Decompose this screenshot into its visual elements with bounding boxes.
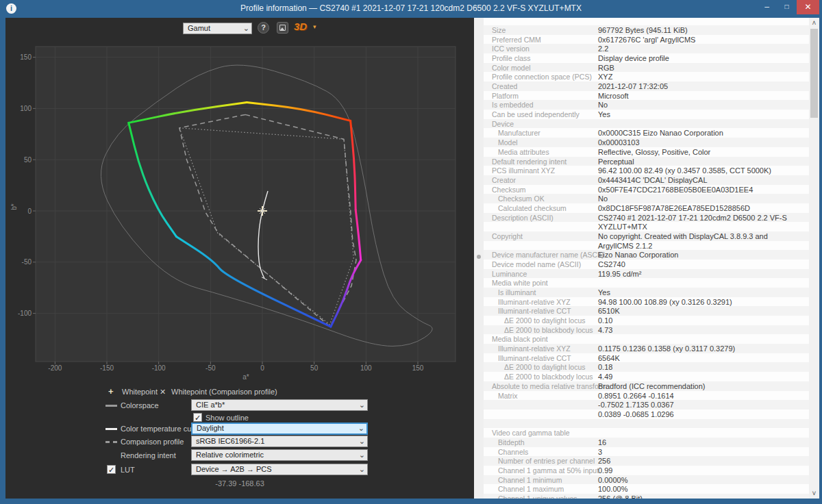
3d-dropdown-arrow-icon[interactable]: ▾ xyxy=(313,23,316,30)
color-temperature-curve-select[interactable]: Daylight ⌄ xyxy=(191,423,368,435)
info-value: Eizo Nanao Corporation xyxy=(598,251,678,259)
lut-select[interactable]: Device → A2B → PCS ⌄ xyxy=(191,464,368,475)
info-row: Profile classDisplay device profile xyxy=(484,53,809,63)
color-temperature-curve-line-icon xyxy=(105,428,117,430)
x-tick-label: 150 xyxy=(412,364,424,372)
info-value: Bradford (ICC recommendation) xyxy=(598,382,706,390)
info-row: Manufacturer0x0000C315 Eizo Nanao Corpor… xyxy=(484,128,809,138)
info-row: PCS illuminant XYZ96.42 100.00 82.49 (xy… xyxy=(484,166,809,175)
chevron-down-icon: ⌄ xyxy=(359,436,365,446)
info-row: Size967792 Bytes (945.11 KiB) xyxy=(484,25,809,35)
colorspace-select[interactable]: CIE a*b* ⌄ xyxy=(191,399,368,411)
info-value: -0.7502 1.7135 0.0367 xyxy=(598,401,674,409)
info-row: Model0x00003103 xyxy=(484,138,809,147)
info-value: 967792 Bytes (945.11 KiB) xyxy=(598,26,688,34)
info-row: Video card gamma table xyxy=(484,428,809,438)
plot-background xyxy=(36,47,456,362)
info-row: Luminance119.95 cd/m² xyxy=(484,269,809,279)
info-row: Channel 1 minimum0.0000% xyxy=(484,475,809,485)
scroll-down-icon[interactable]: ˅ xyxy=(809,488,819,499)
x-tick-label: -200 xyxy=(48,364,62,372)
info-value: 256 (@ 8 Bit) xyxy=(598,494,643,499)
info-row: -0.7502 1.7135 0.0367 xyxy=(484,400,809,410)
plot-type-select[interactable]: Gamut ⌄ xyxy=(183,23,252,34)
info-row: Calculated checksum0x8DC18F5F987A78E26EA… xyxy=(484,203,809,213)
x-tick-label: -50 xyxy=(206,364,216,372)
info-label: Is illuminant xyxy=(498,288,536,297)
help-button[interactable]: ? xyxy=(258,22,269,34)
info-row: Default rendering intentPerceptual xyxy=(484,157,809,166)
info-row: Illuminant-relative XYZ0.1175 0.1236 0.1… xyxy=(484,344,809,353)
plot-type-value: Gamut xyxy=(188,24,210,32)
info-label: Device model name (ASCII) xyxy=(492,260,581,268)
info-value: 100.00% xyxy=(598,485,627,493)
y-tick-label: 100 xyxy=(20,105,32,112)
gamut-plot[interactable]: -200-150-100-50050100150150100500-50-100… xyxy=(5,41,474,388)
3d-view-button[interactable]: 3D xyxy=(294,21,307,32)
scrollbar-thumb[interactable] xyxy=(810,29,818,118)
info-value: CS2740 #1 2021-12-07 17-21 120cdm2 D6500… xyxy=(598,214,787,222)
y-tick-label: -100 xyxy=(18,310,32,317)
x-axis-label: a* xyxy=(242,373,249,381)
info-row: ΔE 2000 to daylight locus0.18 xyxy=(484,362,809,372)
info-label: ΔE 2000 to blackbody locus xyxy=(504,373,593,381)
rendering-intent-select[interactable]: Relative colorimetric ⌄ xyxy=(191,449,368,461)
x-tick-label: 0 xyxy=(260,364,264,372)
info-row: CopyrightNo copyright. Created with Disp… xyxy=(484,231,809,241)
info-row: Illuminant-relative XYZ94.98 100.00 108.… xyxy=(484,297,809,307)
info-row: Media attributesReflective, Glossy, Posi… xyxy=(484,147,809,157)
scroll-up-icon[interactable]: ˄ xyxy=(809,18,819,28)
cursor-position-status: -37.39 -168.63 xyxy=(5,479,474,488)
info-label: Default rendering intent xyxy=(492,158,566,166)
info-label: Channel 1 maximum xyxy=(498,485,564,493)
titlebar: i Profile information — CS2740 #1 2021-1… xyxy=(0,0,822,18)
maximize-button[interactable]: □ xyxy=(777,0,797,14)
info-label: Device manufacturer name (ASCII) xyxy=(492,251,603,259)
info-value: 119.95 cd/m² xyxy=(598,270,641,278)
lut-checkbox[interactable]: ✓ xyxy=(107,465,116,474)
comparison-profile-select[interactable]: sRGB IEC61966-2.1 ⌄ xyxy=(191,436,368,447)
info-value: 94.98 100.00 108.89 (xy 0.3126 0.3291) xyxy=(598,298,732,306)
info-label: Absolute to media relative transform xyxy=(492,382,607,390)
info-row: Matrix0.8951 0.2664 -0.1614 xyxy=(484,391,809,401)
info-label: Manufacturer xyxy=(498,129,540,137)
info-row: Created2021-12-07 17:32:05 xyxy=(484,81,809,91)
info-value: 2.2 xyxy=(598,45,608,53)
info-row: Description (ASCII)CS2740 #1 2021-12-07 … xyxy=(484,213,809,223)
info-row: Can be used independentlyYes xyxy=(484,110,809,119)
lut-label: LUT xyxy=(121,465,135,475)
comparison-profile-label: Comparison profile xyxy=(121,437,184,446)
info-value: ArgyllCMS 2.1.2 xyxy=(598,242,652,250)
info-row: Illuminant-relative CCT6510K xyxy=(484,306,809,316)
info-label: Color model xyxy=(492,64,531,72)
x-tick-label: 100 xyxy=(360,364,372,372)
info-label: Checksum OK xyxy=(498,194,545,203)
comparison-profile-dashed-line-icon xyxy=(105,441,117,443)
whitepoint-cross-icon: ✕ xyxy=(160,387,166,396)
comparison-profile-value: sRGB IEC61966-2.1 xyxy=(196,437,264,445)
window-title: Profile information — CS2740 #1 2021-12-… xyxy=(0,0,822,18)
info-label: Copyright xyxy=(492,232,523,240)
info-row xyxy=(484,419,809,429)
info-label: Number of entries per channel xyxy=(498,457,595,465)
info-label: Description (ASCII) xyxy=(492,214,553,222)
info-label: Matrix xyxy=(498,392,518,400)
profile-information-window: i Profile information — CS2740 #1 2021-1… xyxy=(0,0,822,504)
chevron-down-icon: ⌄ xyxy=(359,464,365,474)
info-label: Illuminant-relative CCT xyxy=(498,307,571,315)
close-button[interactable]: ✕ xyxy=(797,0,819,14)
info-value: 0.1175 0.1236 0.1358 (xy 0.3117 0.3279) xyxy=(598,344,735,353)
vertical-scrollbar[interactable]: ˄ ˅ xyxy=(809,18,819,499)
save-image-button[interactable] xyxy=(277,22,288,34)
show-outline-checkbox[interactable]: ✓ xyxy=(193,413,202,422)
y-tick-label: 50 xyxy=(24,156,32,164)
panel-splitter[interactable] xyxy=(474,18,484,499)
info-row: ΔE 2000 to daylight locus0.10 xyxy=(484,316,809,325)
y-axis-label: b* xyxy=(10,203,18,210)
info-label: Checksum xyxy=(492,186,526,194)
info-value: 0x50F7E47CDC21768BE05B0EE0A03D1EE4 xyxy=(598,186,753,194)
info-value: 0.8951 0.2664 -0.1614 xyxy=(598,392,674,400)
info-value: RGB xyxy=(598,64,614,72)
minimize-button[interactable]: – xyxy=(757,0,777,14)
info-label: Channel 1 gamma at 50% input xyxy=(498,466,599,475)
